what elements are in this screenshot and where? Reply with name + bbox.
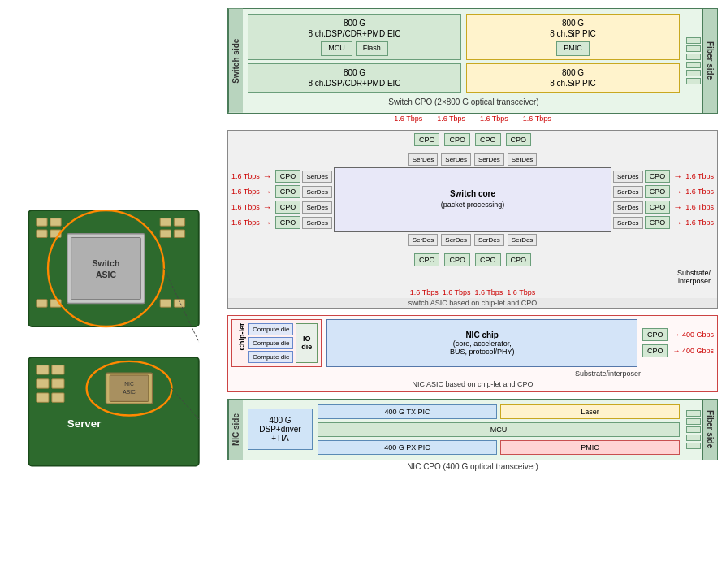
- bottom-serdes-4: SerDes: [508, 234, 538, 246]
- left-cpo-3: CPO: [275, 201, 301, 214]
- top-serdes-row: SerDes SerDes SerDes SerDes: [334, 152, 611, 167]
- switch-cpo-bottom-row: 800 G8 ch.DSP/CDR+PMD EIC 800 G8 ch.SiP …: [248, 63, 680, 93]
- svg-rect-6: [52, 365, 64, 374]
- switch-asic-title: switch ASIC based on chip-let and CPO: [228, 298, 717, 308]
- left-bw-2: 1.6 Tbps: [231, 188, 260, 196]
- bottom-serdes-2: SerDes: [441, 234, 471, 246]
- bottom-cpo-2: CPO: [444, 253, 470, 266]
- svg-rect-10: [52, 393, 64, 402]
- compute-die-2: Compute die: [248, 337, 293, 349]
- switch-asic-inner: 1.6 Tbps → CPO SerDes 1.6 Tbps → CPO Ser…: [228, 149, 717, 251]
- fiber-lines-switch: [685, 9, 702, 113]
- nic-right-row-2: MCU: [318, 422, 680, 437]
- chiplet-box: Chip-let Compute die Compute die Compute…: [231, 319, 322, 367]
- bottom-cpo-3: CPO: [475, 253, 501, 266]
- top-serdes-2: SerDes: [441, 153, 471, 166]
- nic-chip-title: NIC chip: [332, 331, 632, 339]
- right-cpo-col: SerDes CPO → 1.6 Tbps SerDes CPO → 1.6 T…: [613, 170, 714, 229]
- nic-px-pic: 400 G PX PIC: [318, 440, 497, 455]
- switch-asic-bottom-bw: 1.6 Tbps 1.6 Tbps 1.6 Tbps 1.6 Tbps: [228, 287, 717, 298]
- switch-sip-pic-2: 800 G8 ch.SiP PIC: [466, 63, 680, 93]
- svg-rect-5: [37, 365, 49, 374]
- nic-cpo-box-1: CPO: [642, 328, 668, 341]
- nic-fiber-label: Fiber side: [702, 400, 717, 460]
- left-row-4: 1.6 Tbps → CPO SerDes: [231, 216, 332, 229]
- nic-asic-section: Chip-let Compute die Compute die Compute…: [227, 315, 718, 392]
- nic-cpo-bw-2: → 400 Gbps: [672, 347, 714, 355]
- switch-bw-labels: 1.6 Tbps 1.6 Tbps 1.6 Tbps 1.6 Tbps: [227, 114, 718, 123]
- svg-rect-20: [160, 218, 171, 227]
- left-bw-3: 1.6 Tbps: [231, 203, 260, 211]
- switch-side-label: Switch side: [228, 9, 243, 113]
- switch-cpo-top-row: 800 G8 ch.DSP/CDR+PMD EIC MCU Flash 800 …: [248, 14, 680, 60]
- nic-cpo-inner: 400 GDSP+driver+TIA 400 G TX PIC Laser M…: [243, 400, 685, 460]
- nic-right-row-1: 400 G TX PIC Laser: [318, 404, 680, 419]
- nic-cpo-bw-1: → 400 Gbps: [672, 331, 714, 339]
- bw-label-3: 1.6 Tbps: [480, 115, 508, 123]
- switch-cpo-title: Switch CPO (2×800 G optical transceiver): [248, 96, 680, 108]
- top-cpo-3: CPO: [475, 133, 501, 146]
- io-die: IOdie: [296, 323, 318, 363]
- nic-right-row-3: 400 G PX PIC PMIC: [318, 440, 680, 455]
- svg-rect-22: [160, 230, 171, 238]
- left-panel: Server NIC ASIC Switch ASIC: [8, 73, 219, 580]
- svg-rect-13: [71, 237, 141, 299]
- pmic-block-1: PMIC: [556, 41, 590, 56]
- left-serdes-4: SerDes: [302, 217, 332, 229]
- switch-core: Switch core (packet processing): [334, 167, 611, 232]
- svg-rect-17: [50, 218, 61, 227]
- nic-laser: Laser: [500, 404, 680, 419]
- nic-asic-title: NIC ASIC based on chip-let and CPO: [231, 380, 714, 388]
- compute-dies: Compute die Compute die Compute die: [248, 323, 293, 363]
- bottom-cpo-row: CPO CPO CPO CPO: [228, 251, 717, 269]
- switch-dsp-eic-1: 800 G8 ch.DSP/CDR+PMD EIC MCU Flash: [248, 14, 461, 60]
- left-cpo-1: CPO: [275, 170, 301, 183]
- right-serdes-1: SerDes: [613, 171, 643, 183]
- switch-asic-section: CPO CPO CPO CPO 1.6 Tbps → CPO SerDes 1.…: [227, 130, 718, 309]
- nic-chip-box: NIC chip (core, accelerator,BUS, protoco…: [326, 319, 637, 367]
- fiber-line-6: [686, 78, 701, 84]
- bottom-cpo-4: CPO: [506, 253, 532, 266]
- top-cpo-2: CPO: [444, 133, 470, 146]
- compute-die-3: Compute die: [248, 351, 293, 363]
- fiber-line-5: [686, 70, 701, 76]
- nic-fiber-line-4: [686, 435, 701, 441]
- nic-dsp-block: 400 GDSP+driver+TIA: [248, 409, 313, 450]
- bw-label-2: 1.6 Tbps: [437, 115, 465, 123]
- left-serdes-2: SerDes: [302, 186, 332, 198]
- nic-fiber-line-2: [686, 418, 701, 425]
- switch-cpo-inner: 800 G8 ch.DSP/CDR+PMD EIC MCU Flash 800 …: [243, 9, 685, 113]
- right-row-1: SerDes CPO → 1.6 Tbps: [613, 170, 714, 183]
- right-cpo-3: CPO: [645, 201, 671, 214]
- right-serdes-3: SerDes: [613, 201, 643, 214]
- right-bw-1: 1.6 Tbps: [685, 172, 714, 180]
- right-bw-4: 1.6 Tbps: [685, 218, 714, 227]
- top-cpo-row: CPO CPO CPO CPO: [228, 131, 717, 149]
- nic-tx-pic: 400 G TX PIC: [318, 404, 497, 419]
- nic-cpo-row-1: CPO → 400 Gbps: [642, 328, 714, 341]
- right-cpo-2: CPO: [645, 185, 671, 198]
- nic-cpo-box-2: CPO: [642, 344, 668, 357]
- right-bw-3: 1.6 Tbps: [685, 203, 714, 211]
- chiplet-label: Chip-let: [236, 323, 246, 351]
- nic-asic-inner: Chip-let Compute die Compute die Compute…: [231, 319, 714, 367]
- right-bw-2: 1.6 Tbps: [685, 188, 714, 196]
- left-row-3: 1.6 Tbps → CPO SerDes: [231, 201, 332, 214]
- switch-sip-pic-1: 800 G8 ch.SiP PIC PMIC: [466, 14, 680, 60]
- left-bw-4: 1.6 Tbps: [231, 218, 260, 227]
- substrate-label-switch: Substrate/interposer: [228, 269, 717, 287]
- top-serdes-3: SerDes: [474, 153, 504, 166]
- switch-core-sub: (packet processing): [441, 200, 505, 210]
- nic-fiber-line-3: [686, 426, 701, 433]
- left-cpo-2: CPO: [275, 185, 301, 198]
- svg-rect-21: [174, 218, 184, 227]
- svg-text:ASIC: ASIC: [96, 270, 116, 279]
- switch-cpo-wrapper: Switch side 800 G8 ch.DSP/CDR+PMD EIC MC…: [227, 8, 718, 114]
- svg-text:ASIC: ASIC: [123, 389, 136, 395]
- fiber-line-4: [686, 62, 701, 68]
- svg-rect-7: [37, 379, 49, 388]
- svg-text:NIC: NIC: [124, 381, 134, 387]
- compute-die-1: Compute die: [248, 323, 293, 335]
- svg-rect-18: [37, 230, 47, 238]
- nic-mcu: MCU: [318, 422, 680, 437]
